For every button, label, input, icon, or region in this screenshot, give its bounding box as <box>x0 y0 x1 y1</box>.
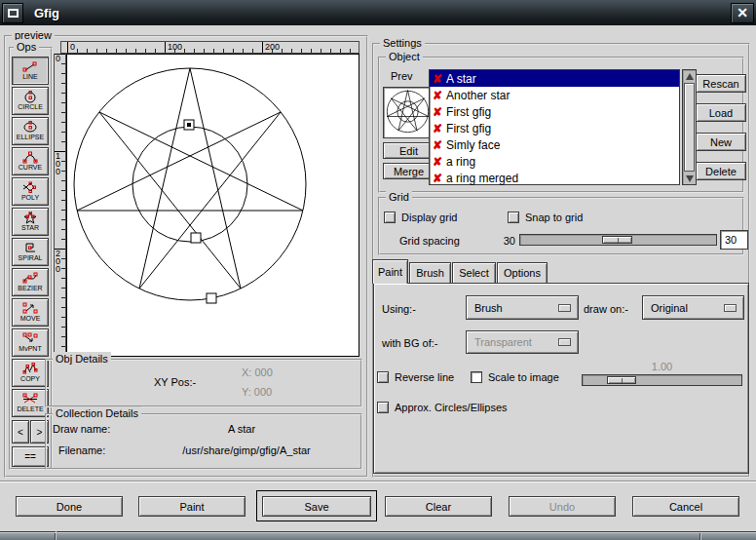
new-button[interactable]: New <box>696 133 746 151</box>
grid-spacing-slider-handle[interactable] <box>602 236 632 244</box>
tool-curve-button[interactable]: CURVE <box>12 147 49 175</box>
clear-button[interactable]: Clear <box>385 496 492 517</box>
cancel-button[interactable]: Cancel <box>632 496 739 517</box>
option-menu-indicator-icon <box>724 304 737 312</box>
tool-poly-label: POLY <box>21 194 39 202</box>
snap-to-grid-checkbox[interactable] <box>508 212 519 223</box>
obj-details-label: Obj Details <box>53 352 111 366</box>
save-button[interactable]: Save <box>262 496 371 517</box>
grid-frame: Grid <box>378 197 744 255</box>
move-point-icon <box>22 332 38 345</box>
delete-button[interactable]: Delete <box>696 162 746 180</box>
paint-button-label: Paint <box>179 501 204 513</box>
copy-icon <box>22 363 38 375</box>
scale-slider-handle[interactable] <box>607 376 636 384</box>
cancel-button-label: Cancel <box>669 501 702 513</box>
nav-prev-object-button[interactable]: < <box>12 420 29 444</box>
undo-button: Undo <box>509 496 616 517</box>
show-all-objects-button[interactable]: == <box>12 446 49 467</box>
control-handle <box>191 233 201 243</box>
list-item[interactable]: ✘a ring <box>430 153 679 170</box>
list-item[interactable]: ✘First gfig <box>430 103 679 120</box>
object-name: First gfig <box>446 105 491 119</box>
horizontal-ruler: 0 100 200 <box>60 41 359 54</box>
vruler-tick-0: 0 <box>55 54 65 62</box>
tab-paint-label: Paint <box>378 266 402 278</box>
scroll-up-button[interactable] <box>684 70 695 82</box>
window-menu-button[interactable] <box>2 3 23 23</box>
scrollbar-thumb[interactable] <box>684 83 695 172</box>
tab-brush-label: Brush <box>416 267 444 279</box>
collection-details-frame: Collection Details Draw name: A star Fil… <box>45 413 362 470</box>
tool-circle-button[interactable]: CIRCLE <box>12 87 49 115</box>
move-icon <box>22 302 38 315</box>
paint-button[interactable]: Paint <box>138 496 246 517</box>
window-menu-icon <box>8 9 19 18</box>
close-button[interactable]: ✕ <box>731 3 754 23</box>
tab-options[interactable]: Options <box>497 262 548 283</box>
tool-delete-button[interactable]: DELETE <box>12 389 49 417</box>
tool-move-button[interactable]: MOVE <box>12 298 49 327</box>
rescan-button[interactable]: Rescan <box>696 74 746 93</box>
tool-mvpnt-move-label: MOVE <box>20 315 41 323</box>
tab-brush[interactable]: Brush <box>409 262 451 283</box>
scale-value-label: 1.00 <box>582 361 742 372</box>
tool-line-button[interactable]: LINE <box>12 57 49 85</box>
drawing-preview-canvas[interactable] <box>66 54 359 357</box>
save-button-label: Save <box>304 501 328 513</box>
gfig-window: Gfig ✕ preview Ops LINE CIRCLE ELLIPSE C… <box>0 0 756 540</box>
approx-circles-checkbox[interactable] <box>377 402 389 413</box>
draw-on-dropdown[interactable]: Original <box>642 295 744 320</box>
ellipse-icon <box>22 121 38 134</box>
object-preview-thumbnail <box>383 87 435 138</box>
list-item[interactable]: ✘Simly face <box>430 136 679 153</box>
scale-to-image-checkbox[interactable] <box>471 371 482 383</box>
delete-x-icon: ✘ <box>433 123 442 135</box>
using-dropdown[interactable]: Brush <box>466 295 579 320</box>
object-list-scrollbar[interactable] <box>682 69 697 185</box>
tool-star-button[interactable]: STAR <box>12 208 49 236</box>
load-button[interactable]: Load <box>696 103 746 122</box>
scroll-down-button[interactable] <box>684 173 695 184</box>
tab-select[interactable]: Select <box>452 262 496 283</box>
delete-x-icon: ✘ <box>433 73 442 85</box>
using-dropdown-value: Brush <box>474 302 503 314</box>
tool-delete-label: DELETE <box>17 405 43 413</box>
reverse-line-checkbox[interactable] <box>377 371 389 383</box>
tool-bezier-label: BEZIER <box>18 285 42 292</box>
footer-separator <box>0 481 756 482</box>
control-handle <box>207 293 216 303</box>
tool-ellipse-button[interactable]: ELLIPSE <box>12 117 49 145</box>
tool-poly-button[interactable]: POLY <box>12 177 49 206</box>
control-handle-selected <box>187 123 191 127</box>
tool-bezier-button[interactable]: BEZIER <box>12 268 49 296</box>
done-button[interactable]: Done <box>16 496 123 517</box>
done-button-label: Done <box>57 501 82 513</box>
tool-spiral-button[interactable]: SPIRAL <box>12 238 49 266</box>
settings-frame-label: Settings <box>380 36 425 51</box>
grid-spacing-input[interactable]: 30 <box>720 230 748 250</box>
merge-button[interactable]: Merge <box>383 163 435 179</box>
grid-spacing-slider[interactable] <box>519 234 717 246</box>
list-item[interactable]: ✘a ring merged <box>430 170 679 186</box>
display-grid-checkbox[interactable] <box>384 212 396 223</box>
with-bg-label: with BG of:- <box>382 337 437 349</box>
list-item[interactable]: ✘First gfig <box>430 120 679 136</box>
bg-dropdown[interactable]: Transparent <box>466 330 579 354</box>
vruler-tick-200: 200 <box>55 249 65 273</box>
option-menu-indicator-icon <box>558 304 571 312</box>
list-item[interactable]: ✘A star <box>430 70 679 87</box>
draw-on-label: draw on:- <box>584 303 628 315</box>
window-frame-bottom <box>0 532 756 540</box>
rescan-button-label: Rescan <box>702 78 738 90</box>
filename-label: Filename: <box>58 444 105 456</box>
list-item[interactable]: ✘Another star <box>430 87 679 103</box>
tool-copy-button[interactable]: COPY <box>12 359 49 387</box>
undo-button-label: Undo <box>549 501 575 513</box>
tab-paint[interactable]: Paint <box>372 259 408 284</box>
approx-circles-label: Approx. Circles/Ellipses <box>395 402 508 413</box>
edit-button[interactable]: Edit <box>383 142 435 159</box>
x-position-value: X: 000 <box>242 366 273 378</box>
scale-slider[interactable] <box>582 374 742 386</box>
tool-mvpnt-button[interactable]: MvPNT <box>12 328 49 357</box>
